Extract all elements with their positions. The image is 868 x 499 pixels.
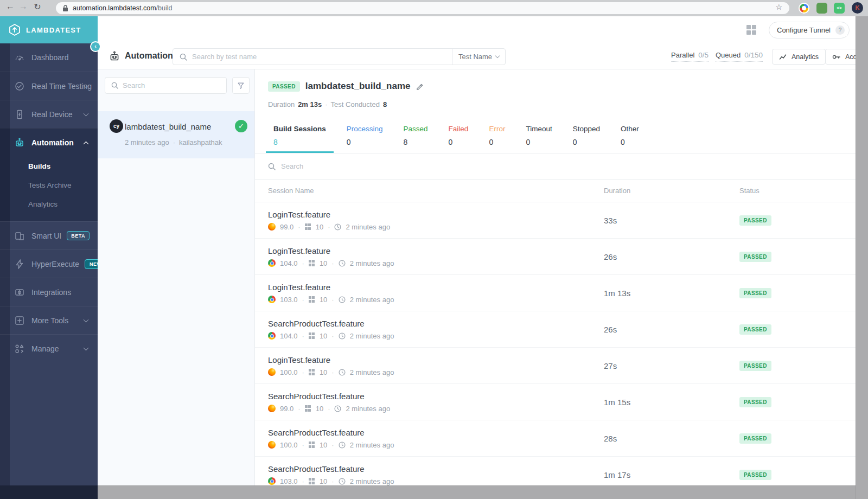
session-name: LoginTest.feature <box>268 210 604 219</box>
browser-icon <box>268 332 276 340</box>
browser-profile-avatar[interactable]: K <box>852 2 863 14</box>
build-search-input[interactable] <box>123 81 226 89</box>
automation-robot-icon <box>108 50 120 62</box>
session-meta: 104.0 10 2 minutes ago <box>268 259 604 267</box>
browser-icon <box>268 441 276 449</box>
sidebar-item-real-time-testing[interactable]: Real Time Testing <box>0 72 98 100</box>
status-tabs: Build Sessions 8 Processing 0 Passed 8 F… <box>255 120 856 153</box>
chevron-down-icon <box>84 111 89 117</box>
tab-stopped[interactable]: Stopped 0 <box>565 120 608 153</box>
sidebar-item-dashboard[interactable]: Dashboard <box>0 43 98 72</box>
sidebar-item-tests-archive[interactable]: Tests Archive <box>0 176 98 195</box>
table-row[interactable]: SearchProductTest.feature 100.0 10 2 min… <box>255 420 856 457</box>
horizontal-scrollbar[interactable] <box>98 485 868 499</box>
tab-build-sessions[interactable]: Build Sessions 8 <box>266 120 334 153</box>
vertical-scrollbar[interactable] <box>856 16 868 499</box>
os-version: 10 <box>320 441 327 449</box>
build-search-box <box>105 77 227 94</box>
help-icon[interactable]: ? <box>835 25 845 35</box>
url-bar[interactable]: automation.lambdatest.com/build <box>56 2 789 14</box>
build-title: lambdatest_build_name <box>305 81 411 92</box>
extension-code-icon[interactable]: <> <box>834 3 845 14</box>
session-time: 2 minutes ago <box>346 223 390 231</box>
edit-pencil-icon[interactable] <box>416 83 424 91</box>
clock-icon <box>334 223 341 231</box>
filter-button[interactable] <box>232 77 250 94</box>
browser-toolbar: ← → ↻ automation.lambdatest.com/build ☆ … <box>0 0 868 16</box>
session-table: LoginTest.feature 99.0 10 2 minutes ago … <box>255 202 856 485</box>
filter-funnel-icon <box>237 82 245 89</box>
lock-icon <box>62 5 68 12</box>
table-row[interactable]: SearchProductTest.feature 103.0 10 2 min… <box>255 457 856 485</box>
table-row[interactable]: LoginTest.feature 99.0 10 2 minutes ago … <box>255 202 856 239</box>
session-time: 2 minutes ago <box>350 259 394 267</box>
os-version: 10 <box>320 296 327 304</box>
main-panel: PASSED lambdatest_build_name Duration 2m… <box>255 69 856 485</box>
session-time: 2 minutes ago <box>346 405 390 413</box>
tab-error[interactable]: Error 0 <box>481 120 513 153</box>
session-duration: 27s <box>604 361 739 370</box>
session-time: 2 minutes ago <box>350 477 394 485</box>
browser-reload-icon[interactable]: ↻ <box>31 2 43 12</box>
session-meta: 103.0 10 2 minutes ago <box>268 296 604 304</box>
session-search-input[interactable] <box>281 162 856 170</box>
session-meta: 100.0 10 2 minutes ago <box>268 441 604 449</box>
sidebar-item-builds[interactable]: Builds <box>0 157 98 176</box>
tab-other[interactable]: Other 0 <box>613 120 647 153</box>
shapes-icon <box>14 343 25 354</box>
table-row[interactable]: LoginTest.feature 103.0 10 2 minutes ago… <box>255 275 856 311</box>
session-name: SearchProductTest.feature <box>268 428 604 437</box>
os-version: 10 <box>320 259 327 267</box>
search-icon <box>111 82 118 89</box>
session-name: LoginTest.feature <box>268 355 604 364</box>
table-row[interactable]: LoginTest.feature 104.0 10 2 minutes ago… <box>255 239 856 275</box>
sidebar-item-analytics[interactable]: Analytics <box>0 195 98 214</box>
tab-passed[interactable]: Passed 8 <box>396 120 436 153</box>
queued-stat: Queued 0/150 <box>716 51 763 62</box>
search-scope-select[interactable]: Test Name <box>452 49 505 65</box>
sidebar-item-hyperexecute[interactable]: HyperExecute NEW <box>0 250 98 278</box>
windows-icon <box>309 478 315 484</box>
cypress-avatar: cy <box>110 119 123 133</box>
configure-tunnel-label: Configure Tunnel <box>777 26 831 34</box>
extension-icon[interactable] <box>816 3 827 14</box>
browser-icon <box>268 477 276 485</box>
table-row[interactable]: SearchProductTest.feature 99.0 10 2 minu… <box>255 384 856 420</box>
table-row[interactable]: LoginTest.feature 100.0 10 2 minutes ago… <box>255 348 856 384</box>
clock-icon <box>339 332 346 340</box>
sidebar-item-real-device[interactable]: Real Device <box>0 100 98 128</box>
tab-timeout[interactable]: Timeout 0 <box>518 120 559 153</box>
session-duration: 26s <box>604 252 739 261</box>
analytics-button[interactable]: Analytics <box>772 49 826 65</box>
sidebar-item-integrations[interactable]: Integrations <box>0 278 98 306</box>
apps-grid-icon[interactable] <box>746 25 756 35</box>
brand-block: LAMBDATEST <box>0 16 98 43</box>
plus-square-icon <box>14 315 25 326</box>
tab-processing[interactable]: Processing 0 <box>339 120 391 153</box>
session-time: 2 minutes ago <box>350 296 394 304</box>
browser-back-icon[interactable]: ← <box>4 2 16 11</box>
sidebar-item-smart-ui[interactable]: Smart UI BETA <box>0 221 98 250</box>
session-time: 2 minutes ago <box>350 332 394 340</box>
browser-forward-icon[interactable]: → <box>17 2 29 11</box>
session-name: LoginTest.feature <box>268 246 604 255</box>
configure-tunnel-button[interactable]: Configure Tunnel ? <box>769 22 850 39</box>
table-row[interactable]: SearchProductTest.feature 104.0 10 2 min… <box>255 311 856 348</box>
build-list-item[interactable]: cy lambdatest_build_name 2 minutes ago k… <box>98 111 254 158</box>
sidebar-footer <box>0 485 98 499</box>
browser-icon <box>268 259 276 267</box>
chevron-down-icon <box>84 346 89 351</box>
sidebar-collapse-button[interactable]: ‹ <box>90 41 101 52</box>
sidebar-item-more-tools[interactable]: More Tools <box>0 306 98 334</box>
build-list-panel: cy lambdatest_build_name 2 minutes ago k… <box>98 69 255 485</box>
tab-failed[interactable]: Failed 0 <box>441 120 476 153</box>
test-search-input[interactable] <box>192 53 452 61</box>
sidebar-item-automation[interactable]: Automation <box>0 129 98 157</box>
os-version: 10 <box>320 368 327 376</box>
os-version: 10 <box>320 332 327 340</box>
extension-gauge-icon[interactable] <box>799 3 809 14</box>
page-title: Automation <box>125 51 173 61</box>
bookmark-star-icon[interactable]: ☆ <box>775 3 782 11</box>
lightning-icon <box>14 259 25 270</box>
sidebar-item-manage[interactable]: Manage <box>0 334 98 362</box>
